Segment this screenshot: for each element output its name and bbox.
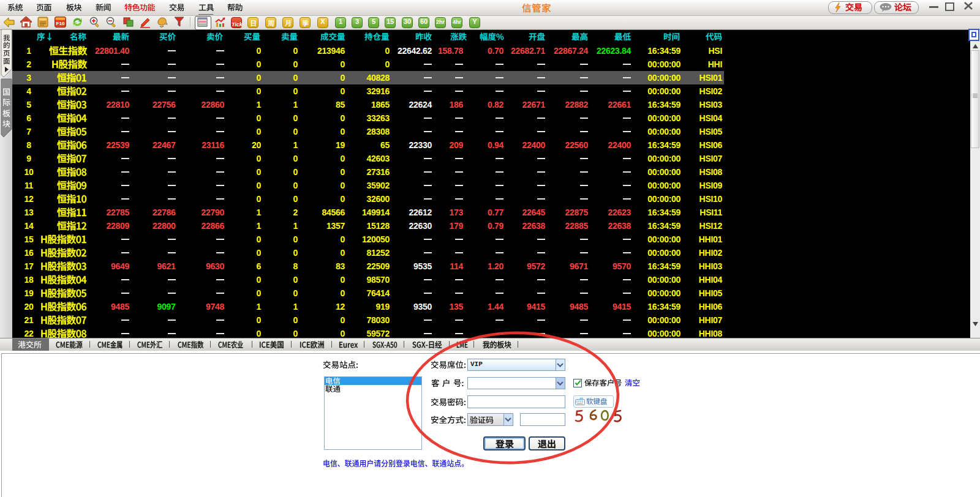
svg-text:F10: F10 [56, 21, 65, 26]
